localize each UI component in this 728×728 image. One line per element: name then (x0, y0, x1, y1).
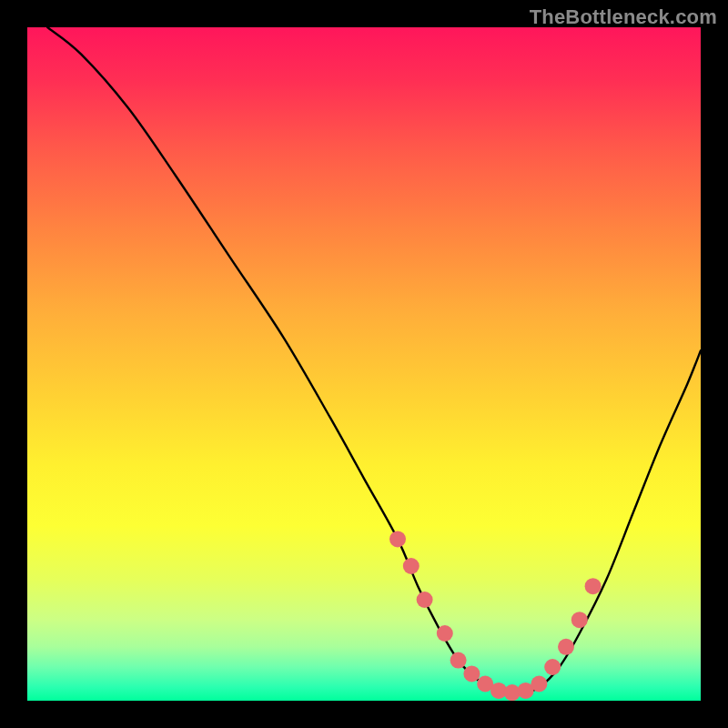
chart-stage: TheBottleneck.com (0, 0, 728, 728)
watermark-text: TheBottleneck.com (530, 5, 717, 29)
heat-gradient (27, 27, 701, 701)
plot-area (27, 27, 701, 701)
